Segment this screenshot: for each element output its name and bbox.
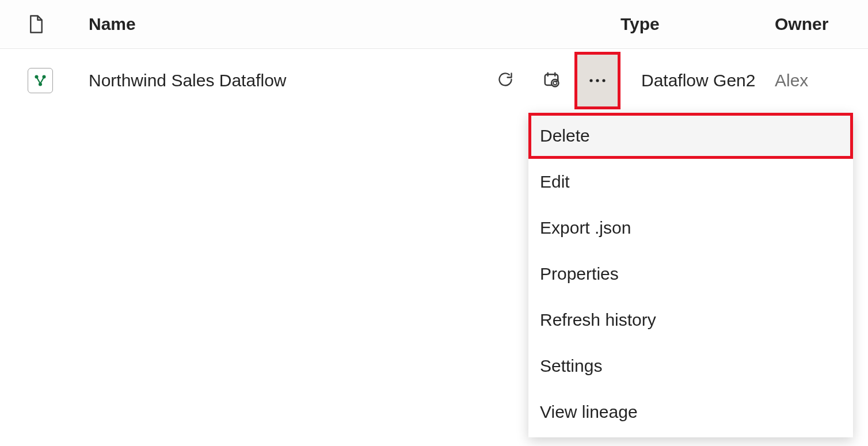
row-name[interactable]: Northwind Sales Dataflow — [89, 71, 434, 90]
column-header-owner[interactable]: Owner — [775, 14, 868, 34]
row-owner: Alex — [775, 71, 868, 90]
svg-point-7 — [551, 79, 559, 87]
table-header: Name Type Owner — [0, 0, 868, 49]
svg-point-10 — [602, 79, 605, 82]
more-options-button[interactable] — [574, 52, 620, 109]
file-icon — [28, 14, 45, 34]
dataflow-icon — [28, 68, 53, 93]
schedule-refresh-icon — [543, 71, 560, 90]
column-header-type[interactable]: Type — [620, 14, 775, 34]
menu-item-edit[interactable]: Edit — [528, 159, 853, 205]
row-actions — [434, 52, 620, 109]
menu-item-properties[interactable]: Properties — [528, 251, 853, 297]
row-type: Dataflow Gen2 — [620, 71, 775, 90]
svg-point-8 — [589, 79, 592, 82]
menu-item-delete[interactable]: Delete — [528, 113, 853, 159]
column-icon-header — [28, 14, 89, 34]
svg-point-5 — [39, 82, 42, 86]
svg-point-9 — [596, 79, 599, 82]
refresh-button[interactable] — [482, 52, 528, 109]
context-menu: Delete Edit Export .json Properties Refr… — [528, 113, 853, 437]
menu-item-refresh-history[interactable]: Refresh history — [528, 297, 853, 343]
row-icon-cell — [28, 68, 89, 93]
menu-item-view-lineage[interactable]: View lineage — [528, 389, 853, 435]
table-row[interactable]: Northwind Sales Dataflow — [0, 49, 868, 112]
schedule-refresh-button[interactable] — [528, 52, 574, 109]
column-header-name[interactable]: Name — [89, 14, 620, 34]
menu-item-export-json[interactable]: Export .json — [528, 205, 853, 251]
refresh-icon — [497, 71, 513, 90]
menu-item-settings[interactable]: Settings — [528, 343, 853, 389]
ellipsis-icon — [588, 75, 607, 86]
